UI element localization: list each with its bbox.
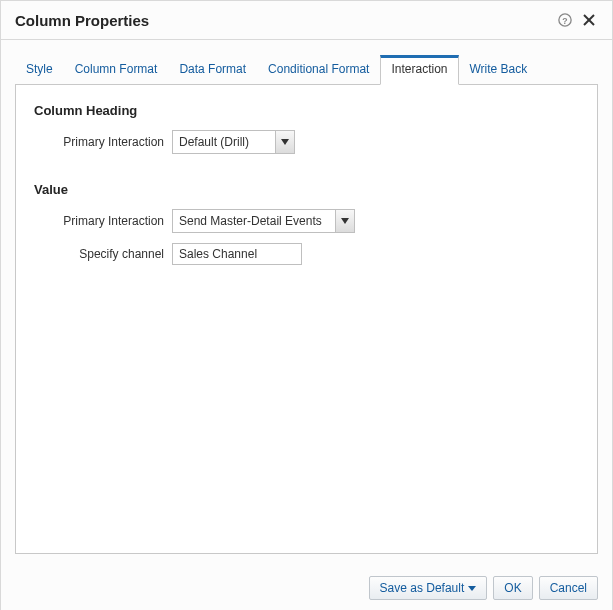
tab-style[interactable]: Style <box>15 55 64 85</box>
row-specify-channel: Specify channel <box>34 243 579 265</box>
svg-marker-4 <box>281 139 289 145</box>
label-value-primary-interaction: Primary Interaction <box>34 214 172 228</box>
tab-write-back[interactable]: Write Back <box>459 55 539 85</box>
tab-conditional-format[interactable]: Conditional Format <box>257 55 380 85</box>
help-icon[interactable]: ? <box>556 11 574 29</box>
ok-button[interactable]: OK <box>493 576 532 600</box>
svg-text:?: ? <box>562 16 567 26</box>
save-as-default-label: Save as Default <box>380 581 465 595</box>
tab-column-format[interactable]: Column Format <box>64 55 169 85</box>
input-specify-channel[interactable] <box>172 243 302 265</box>
row-value-primary-interaction: Primary Interaction Send Master-Detail E… <box>34 209 579 233</box>
label-column-heading-primary-interaction: Primary Interaction <box>34 135 172 149</box>
close-icon[interactable] <box>580 11 598 29</box>
tab-panel-interaction: Column Heading Primary Interaction Defau… <box>15 84 598 554</box>
label-specify-channel: Specify channel <box>34 247 172 261</box>
tab-interaction[interactable]: Interaction <box>380 55 458 85</box>
tab-data-format[interactable]: Data Format <box>168 55 257 85</box>
svg-marker-5 <box>341 218 349 224</box>
tabs-row: Style Column Format Data Format Conditio… <box>1 40 612 84</box>
cancel-button[interactable]: Cancel <box>539 576 598 600</box>
dialog-footer: Save as Default OK Cancel <box>1 568 612 610</box>
section-title-value: Value <box>34 182 579 197</box>
section-title-column-heading: Column Heading <box>34 103 579 118</box>
dropdown-button[interactable] <box>335 210 354 232</box>
row-column-heading-primary-interaction: Primary Interaction Default (Drill) <box>34 130 579 154</box>
select-value: Default (Drill) <box>173 131 275 153</box>
select-column-heading-primary-interaction[interactable]: Default (Drill) <box>172 130 295 154</box>
dropdown-button[interactable] <box>275 131 294 153</box>
dialog-title: Column Properties <box>15 12 550 29</box>
select-value-primary-interaction[interactable]: Send Master-Detail Events <box>172 209 355 233</box>
dialog-titlebar: Column Properties ? <box>1 1 612 40</box>
select-value: Send Master-Detail Events <box>173 210 335 232</box>
column-properties-dialog: Column Properties ? Style Column Format … <box>0 0 613 610</box>
chevron-down-icon <box>468 586 476 591</box>
save-as-default-button[interactable]: Save as Default <box>369 576 488 600</box>
